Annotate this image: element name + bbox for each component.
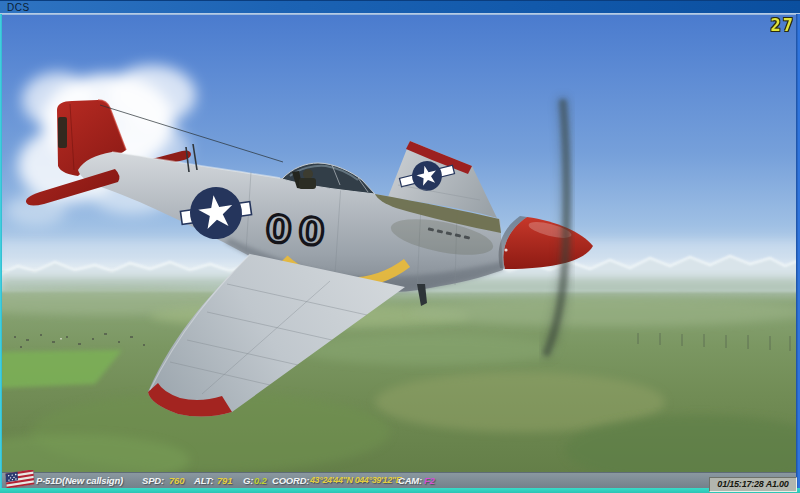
window-border-bottom [0, 488, 800, 493]
window-border-left [0, 14, 2, 493]
spd-label: SPD: [142, 473, 164, 488]
coord-label: COORD: [272, 473, 309, 488]
aircraft-name: P-51D(New callsign) [36, 473, 123, 488]
fps-counter: 27 [771, 15, 795, 36]
window-border-right [796, 14, 800, 493]
g-value: 0.2 [254, 473, 267, 488]
g-label: G: [243, 473, 253, 488]
coord-value: 43°24'44"N 044°39'12"E [310, 473, 401, 488]
spd-value: 760 [169, 473, 184, 488]
title-bar-separator [0, 13, 800, 15]
cam-label: CAM: [398, 473, 422, 488]
title-bar[interactable]: DCS [0, 0, 800, 13]
cam-value: F2 [424, 473, 435, 488]
clock-box: 01/15:17:28 A1.00 [709, 477, 797, 492]
alt-label: ALT: [194, 473, 213, 488]
scene-background [2, 14, 796, 488]
dcs-window: 00 [0, 0, 800, 493]
us-flag-icon [5, 470, 35, 490]
status-bar: P-51D(New callsign) SPD: 760 ALT: 791 G:… [2, 472, 796, 488]
alt-value: 791 [217, 473, 232, 488]
